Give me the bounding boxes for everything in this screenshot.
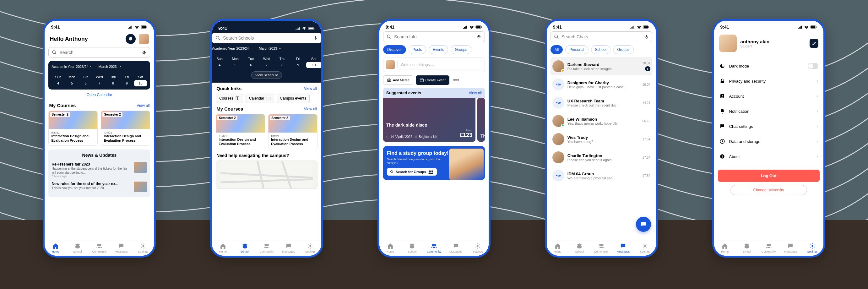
nav-community[interactable]: Community: [89, 243, 111, 253]
search-input[interactable]: [561, 34, 641, 39]
search-bar[interactable]: [383, 31, 485, 42]
nav-settings[interactable]: Settings: [300, 243, 321, 253]
search-bar[interactable]: [212, 33, 321, 44]
nav-home[interactable]: Home: [379, 243, 401, 253]
nav-messages[interactable]: Messages: [445, 243, 467, 253]
open-calendar-link[interactable]: Open Calendar: [49, 89, 150, 99]
settings-item[interactable]: Dark mode: [718, 58, 819, 74]
nav-school[interactable]: School: [401, 243, 423, 253]
nav-home[interactable]: Home: [547, 243, 569, 253]
view-all-link[interactable]: View all: [469, 91, 482, 95]
nav-messages[interactable]: Messages: [110, 243, 132, 253]
month-selector[interactable]: March 2023: [99, 65, 121, 68]
nav-settings[interactable]: Settings: [801, 243, 824, 253]
campus-map-preview[interactable]: [216, 161, 317, 189]
filter-chip[interactable]: Groups: [613, 45, 633, 54]
calendar-date-cell[interactable]: 8: [275, 62, 290, 68]
view-all-link[interactable]: View all: [136, 103, 150, 108]
nav-community[interactable]: Community: [590, 243, 612, 253]
search-groups-button[interactable]: Search for Groups: [387, 168, 437, 176]
dark-mode-toggle[interactable]: [808, 63, 818, 69]
filter-chip[interactable]: All: [551, 45, 563, 54]
event-card-peek[interactable]: Th: [477, 98, 485, 142]
calendar-date-cell[interactable]: 10: [306, 62, 321, 68]
nav-school[interactable]: School: [736, 243, 758, 253]
chat-item[interactable]: Darlene Steward Pls take a look at the i…: [551, 57, 652, 76]
logout-button[interactable]: Log Out: [718, 170, 819, 182]
settings-item[interactable]: Account ›: [718, 89, 819, 104]
filter-chip[interactable]: School: [591, 45, 611, 54]
calendar-date-cell[interactable]: 7: [93, 80, 106, 86]
view-all-link[interactable]: View all: [304, 107, 317, 111]
calendar-date-cell[interactable]: 4: [52, 80, 65, 86]
nav-community[interactable]: Community: [758, 243, 780, 253]
filter-chip[interactable]: Events: [429, 45, 448, 54]
post-input[interactable]: Write somethings....: [397, 60, 482, 69]
nav-messages[interactable]: Messages: [278, 243, 300, 253]
nav-home[interactable]: Home: [212, 243, 234, 253]
settings-item[interactable]: Data and storage ›: [718, 134, 819, 149]
nav-home[interactable]: Home: [714, 243, 736, 253]
nav-school[interactable]: School: [568, 243, 590, 253]
nav-community[interactable]: Community: [423, 243, 445, 253]
calendar-date-cell[interactable]: 7: [259, 62, 274, 68]
settings-item[interactable]: Chat settings ›: [718, 119, 819, 134]
create-event-button[interactable]: Create Event: [416, 76, 450, 85]
calendar-date-cell[interactable]: 6: [79, 80, 92, 86]
view-schedule-button[interactable]: View Schedule: [251, 71, 282, 79]
nav-settings[interactable]: Settings: [132, 243, 154, 253]
calendar-date-cell[interactable]: 5: [228, 62, 243, 68]
quick-link-chip[interactable]: Courses: [216, 94, 243, 103]
calendar-date-cell[interactable]: 5: [65, 80, 79, 86]
course-card[interactable]: Semester 2 IDM21 Interaction Design and …: [101, 111, 150, 146]
nav-settings[interactable]: Settings: [634, 243, 656, 253]
search-input[interactable]: [223, 35, 310, 40]
settings-item[interactable]: About ›: [718, 149, 819, 164]
mic-icon[interactable]: [644, 34, 649, 39]
course-card[interactable]: Semester 2 IDM21 Interaction Design and …: [216, 114, 265, 149]
calendar-date-cell[interactable]: 10: [134, 80, 147, 86]
nav-school[interactable]: School: [67, 243, 89, 253]
course-card[interactable]: Semester 2 IDM21 Interaction Design and …: [49, 111, 98, 146]
chat-item[interactable]: Wes Trudy You have a dog? 17.54: [551, 130, 652, 148]
search-bar[interactable]: [49, 47, 150, 58]
chat-item[interactable]: Lee Williamson Yes, that's gonna work, h…: [551, 112, 652, 130]
chat-item[interactable]: +99 IDM 04 Group We are having a physica…: [551, 167, 652, 185]
settings-item[interactable]: Privacy and security ›: [718, 74, 819, 89]
new-message-fab[interactable]: [636, 217, 651, 232]
calendar-date-cell[interactable]: 9: [290, 62, 306, 68]
academic-year-selector[interactable]: Academic Year 2023/24: [212, 47, 253, 50]
user-avatar[interactable]: [139, 34, 149, 44]
filter-chip[interactable]: Groups: [451, 45, 471, 54]
quick-link-chip[interactable]: Campus events: [277, 94, 310, 103]
nav-messages[interactable]: Messages: [612, 243, 634, 253]
event-card[interactable]: The dark side disco 14 / April / 2022 Br…: [383, 98, 475, 142]
change-university-button[interactable]: Change University: [731, 185, 807, 195]
calendar-date-cell[interactable]: 6: [243, 62, 258, 68]
mic-icon[interactable]: [476, 34, 482, 39]
filter-chip[interactable]: Discover: [383, 45, 406, 54]
mic-icon[interactable]: [142, 50, 147, 55]
mic-icon[interactable]: [313, 35, 318, 40]
notification-button[interactable]: [126, 34, 136, 44]
filter-chip[interactable]: Posts: [409, 45, 426, 54]
course-card[interactable]: Semester 2 IDM21 Interaction Design and …: [268, 114, 317, 149]
calendar-date-cell[interactable]: 9: [120, 80, 133, 86]
edit-profile-button[interactable]: [810, 39, 818, 48]
add-media-button[interactable]: Add Media: [383, 76, 413, 85]
nav-community[interactable]: Community: [256, 243, 278, 253]
calendar-date-cell[interactable]: 8: [106, 80, 120, 86]
search-bar[interactable]: [551, 31, 652, 42]
nav-school[interactable]: School: [234, 243, 256, 253]
chat-item[interactable]: +99 UX Research Team Please check out th…: [551, 94, 652, 112]
more-options-button[interactable]: •••: [452, 77, 460, 84]
search-input[interactable]: [394, 34, 474, 39]
nav-home[interactable]: Home: [44, 243, 67, 253]
news-item[interactable]: Re-Freshers fair 2023 Happening at the s…: [52, 160, 147, 180]
filter-chip[interactable]: Personal: [565, 45, 588, 54]
news-item[interactable]: New rules for the end of the year ex... …: [52, 180, 147, 194]
academic-year-selector[interactable]: Academic Year 2023/24: [52, 65, 93, 68]
calendar-date-cell[interactable]: 4: [212, 62, 227, 68]
settings-item[interactable]: Notification ›: [718, 104, 819, 119]
search-input[interactable]: [59, 50, 139, 55]
